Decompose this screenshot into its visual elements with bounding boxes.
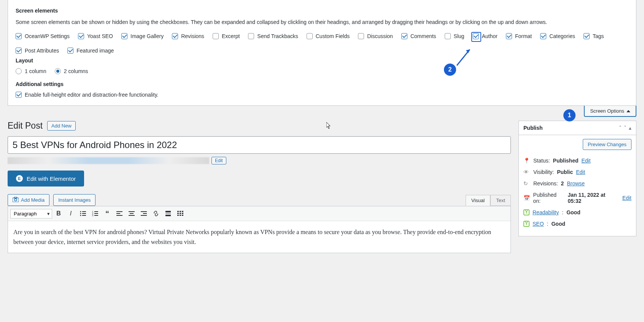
editor-tabs: Visual Text — [466, 195, 511, 206]
browse-revisions-link[interactable]: Browse — [567, 180, 585, 187]
edit-post-header: Edit Post Add New — [8, 121, 511, 131]
toggle-panel-icon[interactable]: ▴ — [629, 125, 631, 131]
svg-rect-14 — [94, 213, 98, 214]
svg-rect-28 — [165, 215, 171, 216]
add-media-button[interactable]: Add Media — [8, 194, 49, 206]
svg-rect-24 — [143, 213, 147, 214]
screen-element-format[interactable]: Format — [506, 33, 532, 39]
svg-rect-20 — [129, 211, 135, 212]
read-more-button[interactable] — [162, 208, 174, 219]
bullet-list-button[interactable] — [77, 208, 89, 219]
move-up-icon[interactable]: ˄ — [619, 125, 622, 131]
screen-element-yoast-seo[interactable]: Yoast SEO — [78, 33, 113, 39]
screen-element-send-trackbacks[interactable]: Send Trackbacks — [248, 33, 298, 39]
add-new-button[interactable]: Add New — [47, 121, 76, 131]
checkbox-categories[interactable] — [540, 33, 546, 39]
radio-2-columns[interactable] — [55, 68, 61, 74]
permalink-blurred — [8, 157, 209, 164]
checkbox-custom-fields[interactable] — [307, 33, 313, 39]
readability-link[interactable]: Readability — [533, 209, 559, 215]
screen-element-tags[interactable]: Tags — [584, 33, 604, 39]
checkbox-featured-image[interactable] — [67, 48, 73, 54]
layout-2-columns[interactable]: 2 columns — [55, 68, 88, 74]
screen-element-author[interactable]: Author — [473, 33, 498, 39]
checkbox-image-gallery[interactable] — [121, 33, 127, 39]
svg-point-5 — [80, 211, 81, 212]
checkbox-label: Yoast SEO — [87, 33, 113, 39]
edit-permalink-button[interactable]: Edit — [211, 157, 226, 164]
svg-rect-16 — [94, 215, 98, 216]
additional-setting-item[interactable]: Enable full-height editor and distractio… — [16, 92, 628, 98]
checkbox-label: Categories — [549, 33, 575, 39]
seo-link[interactable]: SEO — [533, 221, 544, 227]
checkbox-format[interactable] — [506, 33, 512, 39]
checkbox-post-attributes[interactable] — [16, 48, 22, 54]
svg-rect-4 — [14, 197, 17, 198]
screen-element-excerpt[interactable]: Excerpt — [213, 33, 240, 39]
toolbar-toggle-button[interactable] — [175, 208, 186, 219]
svg-rect-8 — [82, 213, 86, 214]
preview-changes-button[interactable]: Preview Changes — [583, 139, 631, 150]
paragraph-format-select[interactable]: Paragraph — [10, 209, 52, 218]
elementor-icon: E — [16, 175, 23, 182]
screen-element-categories[interactable]: Categories — [540, 33, 575, 39]
edit-status-link[interactable]: Edit — [582, 158, 591, 164]
checkbox-label: Discussion — [367, 33, 393, 39]
numbered-list-button[interactable]: 123 — [89, 208, 101, 219]
edit-with-elementor-button[interactable]: E Edit with Elementor — [8, 171, 84, 187]
svg-point-7 — [80, 213, 81, 214]
move-down-icon[interactable]: ˅ — [624, 125, 627, 131]
link-button[interactable] — [150, 208, 162, 219]
edit-visibility-link[interactable]: Edit — [576, 169, 585, 175]
checkbox-slug[interactable] — [445, 33, 451, 39]
checkbox-excerpt[interactable] — [213, 33, 219, 39]
tab-text[interactable]: Text — [490, 195, 511, 206]
annotation-one: 1 — [563, 109, 576, 121]
align-left-button[interactable] — [114, 208, 125, 219]
annotation-two: 2 — [444, 64, 456, 76]
radio-1-column[interactable] — [16, 68, 22, 74]
screen-element-comments[interactable]: Comments — [401, 33, 436, 39]
screen-element-image-gallery[interactable]: Image Gallery — [121, 33, 164, 39]
blockquote-button[interactable]: “ — [102, 208, 113, 219]
radio-label: 1 column — [25, 68, 46, 74]
screen-element-featured-image[interactable]: Featured image — [67, 48, 114, 54]
checkbox-comments[interactable] — [401, 33, 407, 39]
svg-rect-26 — [165, 211, 171, 212]
camera-icon — [13, 197, 19, 203]
screen-element-slug[interactable]: Slug — [445, 33, 464, 39]
full-height-editor-checkbox[interactable] — [16, 92, 22, 98]
checkbox-oceanwp-settings[interactable] — [16, 33, 22, 39]
checkbox-author[interactable] — [473, 33, 479, 39]
screen-options-toggle[interactable]: Screen Options — [584, 106, 636, 117]
edit-date-link[interactable]: Edit — [622, 195, 631, 201]
checkbox-send-trackbacks[interactable] — [248, 33, 254, 39]
screen-element-revisions[interactable]: Revisions — [172, 33, 204, 39]
checkbox-yoast-seo[interactable] — [78, 33, 84, 39]
readability-row: Readability: Good — [523, 209, 631, 215]
editor-content[interactable]: Are you in search of the best VPN for an… — [8, 221, 510, 253]
layout-1-column[interactable]: 1 column — [16, 68, 46, 74]
screen-element-oceanwp-settings[interactable]: OceanWP Settings — [16, 33, 70, 39]
screen-elements-checkboxes: OceanWP SettingsYoast SEOImage GalleryRe… — [16, 33, 628, 54]
permalink-row: Edit — [8, 157, 511, 164]
checkbox-revisions[interactable] — [172, 33, 178, 39]
bold-button[interactable]: B — [53, 208, 64, 219]
tab-visual[interactable]: Visual — [466, 195, 490, 206]
screen-element-post-attributes[interactable]: Post Attributes — [16, 48, 59, 54]
cursor-icon — [326, 122, 332, 130]
radio-label: 2 columns — [64, 68, 88, 74]
svg-rect-17 — [116, 211, 122, 212]
screen-element-custom-fields[interactable]: Custom Fields — [307, 33, 350, 39]
checkbox-label: Image Gallery — [130, 33, 164, 39]
align-center-button[interactable] — [126, 208, 137, 219]
checkbox-label: Revisions — [181, 33, 204, 39]
screen-element-discussion[interactable]: Discussion — [358, 33, 393, 39]
svg-rect-30 — [180, 211, 181, 212]
align-right-button[interactable] — [138, 208, 149, 219]
italic-button[interactable]: I — [65, 208, 76, 219]
checkbox-tags[interactable] — [584, 33, 590, 39]
checkbox-discussion[interactable] — [358, 33, 364, 39]
instant-images-button[interactable]: Instant Images — [53, 194, 95, 206]
post-title-input[interactable] — [8, 136, 511, 154]
